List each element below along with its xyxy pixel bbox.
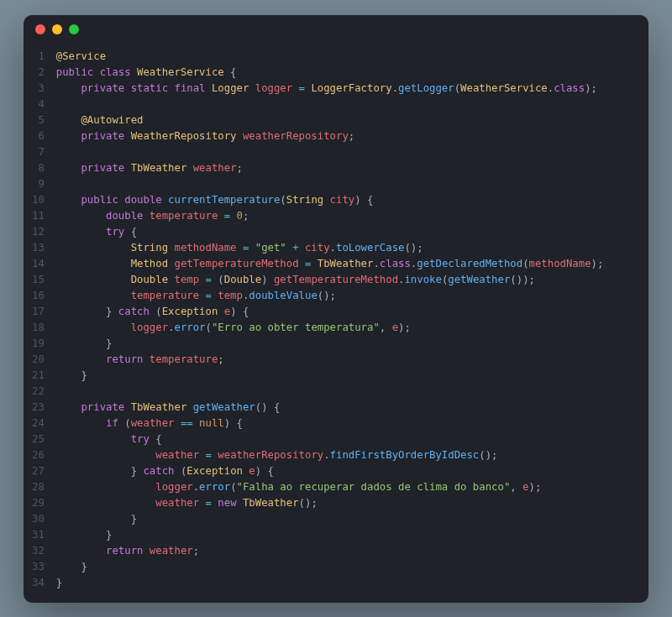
code-line: return weather; <box>56 543 604 559</box>
line-number: 16 <box>32 288 45 304</box>
line-number: 24 <box>32 416 45 431</box>
maximize-icon[interactable] <box>69 24 79 34</box>
line-number: 5 <box>32 112 45 128</box>
code-line: } <box>56 527 604 543</box>
line-number: 27 <box>32 463 45 479</box>
code-content[interactable]: @Servicepublic class WeatherService { pr… <box>56 49 604 591</box>
code-line: } <box>56 368 604 384</box>
code-line: } catch (Exception e) { <box>56 463 604 479</box>
code-line: } <box>56 575 604 591</box>
code-line: logger.error("Falha ao recuperar dados d… <box>56 479 604 495</box>
line-number: 15 <box>32 272 45 288</box>
line-number: 23 <box>32 400 45 416</box>
line-number: 20 <box>32 352 45 368</box>
code-line: double temperature = 0; <box>56 208 604 224</box>
code-line: if (weather == null) { <box>56 416 604 431</box>
line-number: 29 <box>32 495 45 511</box>
line-number: 9 <box>32 176 45 192</box>
editor-window: 1234567891011121314151617181920212223242… <box>24 15 648 603</box>
line-number: 10 <box>32 192 45 208</box>
code-line: temperature = temp.doubleValue(); <box>56 288 604 304</box>
line-number: 3 <box>32 81 45 97</box>
line-number: 32 <box>32 543 45 559</box>
line-number: 26 <box>32 447 45 463</box>
line-number: 22 <box>32 384 45 400</box>
code-line: @Autowired <box>56 112 604 128</box>
code-line: public double currentTemperature(String … <box>56 192 604 208</box>
code-line: private TbWeather getWeather() { <box>56 400 604 416</box>
minimize-icon[interactable] <box>52 24 62 34</box>
code-line: weather = weatherRepository.findFirstByO… <box>56 447 604 463</box>
line-number: 34 <box>32 575 45 591</box>
code-line: String methodName = "get" + city.toLower… <box>56 240 604 256</box>
code-line: } <box>56 336 604 352</box>
line-number: 12 <box>32 224 45 240</box>
code-line: @Service <box>56 49 604 65</box>
line-number: 6 <box>32 128 45 144</box>
line-number: 30 <box>32 511 45 527</box>
code-line: logger.error("Erro ao obter temperatura"… <box>56 320 604 336</box>
line-number: 8 <box>32 160 45 176</box>
line-number: 7 <box>32 144 45 160</box>
code-line: } <box>56 559 604 575</box>
code-line: private static final Logger logger = Log… <box>56 81 604 97</box>
code-line: } catch (Exception e) { <box>56 304 604 320</box>
code-line: return temperature; <box>56 352 604 368</box>
line-number: 4 <box>32 97 45 112</box>
code-line: public class WeatherService { <box>56 65 604 81</box>
code-line: Method getTemperatureMethod = TbWeather.… <box>56 256 604 272</box>
line-number: 11 <box>32 208 45 224</box>
line-number: 25 <box>32 431 45 447</box>
line-number: 21 <box>32 368 45 384</box>
code-line <box>56 176 604 192</box>
line-number-gutter: 1234567891011121314151617181920212223242… <box>24 49 56 591</box>
code-line: Double temp = (Double) getTemperatureMet… <box>56 272 604 288</box>
close-icon[interactable] <box>35 24 45 34</box>
code-line: try { <box>56 431 604 447</box>
code-line: private WeatherRepository weatherReposit… <box>56 128 604 144</box>
line-number: 19 <box>32 336 45 352</box>
line-number: 1 <box>32 49 45 65</box>
code-line: weather = new TbWeather(); <box>56 495 604 511</box>
line-number: 14 <box>32 256 45 272</box>
line-number: 17 <box>32 304 45 320</box>
titlebar <box>24 15 648 44</box>
line-number: 33 <box>32 559 45 575</box>
line-number: 2 <box>32 65 45 81</box>
code-line: private TbWeather weather; <box>56 160 604 176</box>
line-number: 18 <box>32 320 45 336</box>
code-line <box>56 384 604 400</box>
code-line <box>56 97 604 112</box>
code-line: try { <box>56 224 604 240</box>
code-editor[interactable]: 1234567891011121314151617181920212223242… <box>24 44 648 603</box>
line-number: 28 <box>32 479 45 495</box>
line-number: 13 <box>32 240 45 256</box>
line-number: 31 <box>32 527 45 543</box>
code-line <box>56 144 604 160</box>
code-line: } <box>56 511 604 527</box>
